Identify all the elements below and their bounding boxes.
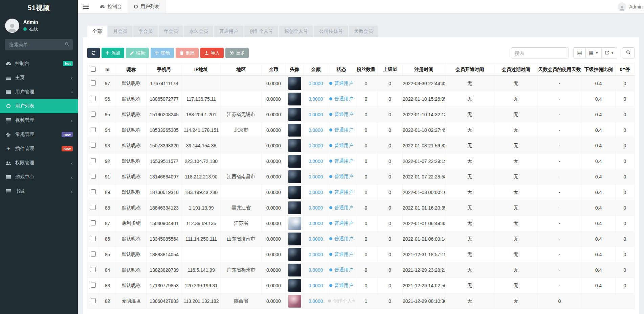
avatar-thumbnail[interactable] [288, 279, 301, 292]
avatar-thumbnail[interactable] [288, 186, 301, 199]
amount-link[interactable]: 0.0000 [309, 127, 323, 133]
avatar-thumbnail[interactable] [288, 201, 301, 214]
row-checkbox[interactable] [91, 283, 96, 288]
status-badge[interactable]: 普通用户 [329, 283, 353, 288]
amount-link[interactable]: 0.0000 [309, 174, 323, 179]
sidebar-item-permission-management[interactable]: 权限管理 ‹ [0, 156, 78, 170]
import-button[interactable]: 导入 [200, 48, 224, 58]
avatar-thumbnail[interactable] [288, 139, 301, 152]
avatar-thumbnail[interactable] [288, 217, 301, 230]
avatar-thumbnail[interactable] [288, 93, 301, 105]
row-checkbox[interactable] [91, 143, 96, 148]
status-badge[interactable]: 普通用户 [329, 143, 353, 148]
amount-link[interactable]: 0.0000 [309, 159, 323, 164]
sidebar-item-general-management[interactable]: 常规管理 new [0, 127, 78, 142]
row-checkbox[interactable] [91, 127, 96, 132]
sidebar-item-plugin-management[interactable]: ✈ 插件管理 new [0, 142, 78, 156]
grid-icon: ▦ [589, 50, 594, 55]
filter-tab-original-account[interactable]: 原创个人号 [279, 26, 313, 37]
sidebar-item-user-list[interactable]: 用户列表 [0, 99, 78, 113]
export-button[interactable]: ▼ [602, 47, 617, 58]
avatar-thumbnail[interactable] [288, 295, 301, 308]
sidebar-item-game-center[interactable]: 游戏中心 ‹ [0, 170, 78, 184]
status-badge[interactable]: 普通用户 [329, 174, 353, 179]
avatar-thumbnail[interactable] [288, 170, 301, 183]
detail-view-button[interactable]: ▤ [573, 47, 586, 58]
cell-coins: 0.0000 [262, 185, 286, 200]
sidebar-item-console[interactable]: 控制台 hot [0, 56, 78, 71]
status-badge[interactable]: 普通用户 [329, 112, 353, 117]
refresh-button[interactable] [87, 48, 100, 58]
row-checkbox[interactable] [91, 298, 96, 303]
avatar-thumbnail[interactable] [288, 155, 301, 168]
row-checkbox[interactable] [91, 189, 96, 194]
amount-link[interactable]: 0.0000 [309, 221, 323, 226]
avatar-thumbnail[interactable] [288, 264, 301, 276]
columns-button[interactable]: ▦▼ [586, 47, 602, 58]
menu-search-input[interactable] [5, 39, 73, 50]
status-badge[interactable]: 普通用户 [329, 205, 353, 210]
amount-link[interactable]: 0.0000 [309, 283, 323, 288]
row-checkbox[interactable] [91, 112, 96, 117]
amount-link[interactable]: 0.0000 [309, 81, 323, 86]
row-checkbox[interactable] [91, 205, 96, 210]
amount-link[interactable]: 0.0000 [309, 143, 323, 148]
status-badge[interactable]: 普通用户 [329, 267, 353, 272]
row-checkbox[interactable] [91, 174, 96, 179]
filter-tab-year-vip[interactable]: 年会员 [159, 26, 183, 37]
filter-tab-media-account[interactable]: 公司传媒号 [314, 26, 348, 37]
avatar-thumbnail[interactable] [288, 108, 301, 121]
amount-link[interactable]: 0.0000 [309, 267, 323, 273]
amount-link[interactable]: 0.0000 [309, 96, 323, 102]
sidebar-toggle-button[interactable] [78, 0, 94, 13]
sidebar-item-book-city[interactable]: 书城 ‹ [0, 184, 78, 198]
topbar-user-menu[interactable]: Admin [618, 0, 644, 13]
amount-link[interactable]: 0.0000 [309, 112, 323, 117]
avatar-thumbnail[interactable] [288, 77, 301, 90]
filter-tab-creator-account[interactable]: 创作个人号 [244, 26, 278, 37]
row-checkbox[interactable] [91, 220, 96, 225]
delete-button[interactable]: 删除 [176, 48, 199, 58]
amount-link[interactable]: 0.0000 [309, 236, 323, 242]
edit-button[interactable]: 编辑 [126, 48, 149, 58]
amount-link[interactable]: 0.0000 [309, 298, 323, 304]
status-badge[interactable]: 普通用户 [329, 189, 353, 195]
search-submit-button[interactable] [622, 47, 635, 58]
move-button[interactable]: 移动 [151, 48, 174, 58]
status-badge[interactable]: 普通用户 [329, 220, 353, 226]
row-checkbox[interactable] [91, 158, 96, 163]
row-checkbox[interactable] [91, 251, 96, 257]
filter-tab-month-vip[interactable]: 月会员 [108, 26, 132, 37]
table-search-input[interactable] [511, 47, 569, 58]
filter-tab-normal-user[interactable]: 普通用户 [214, 26, 243, 37]
row-checkbox[interactable] [91, 96, 96, 101]
filter-tab-quarter-vip[interactable]: 季会员 [133, 26, 158, 37]
amount-link[interactable]: 0.0000 [309, 205, 323, 211]
select-all-checkbox[interactable] [91, 67, 96, 72]
status-badge[interactable]: 普通用户 [329, 158, 353, 164]
avatar-thumbnail[interactable] [288, 248, 301, 261]
row-checkbox[interactable] [91, 236, 96, 241]
tab-console[interactable]: 控制台 [94, 0, 128, 13]
filter-tab-forever-vip[interactable]: 永久会员 [184, 26, 213, 37]
filter-tab-days-vip[interactable]: 天数会员 [349, 26, 378, 37]
avatar-thumbnail[interactable] [288, 233, 301, 245]
status-badge[interactable]: 普通用户 [329, 96, 353, 101]
sidebar-item-user-management[interactable]: 用户管理 ‹ [0, 85, 78, 99]
tab-user-list[interactable]: 用户列表 [128, 0, 165, 13]
status-badge[interactable]: 创作个人号 [328, 298, 355, 304]
status-badge[interactable]: 普通用户 [329, 236, 353, 241]
add-button[interactable]: 添加 [102, 48, 124, 58]
filter-tab-all[interactable]: 全部 [87, 26, 107, 37]
amount-link[interactable]: 0.0000 [309, 252, 323, 257]
status-badge[interactable]: 普通用户 [329, 80, 353, 86]
sidebar-item-video-management[interactable]: 视频管理 ‹ [0, 113, 78, 127]
sidebar-item-home[interactable]: 主页 ‹ [0, 71, 78, 85]
row-checkbox[interactable] [91, 80, 96, 86]
status-badge[interactable]: 普通用户 [329, 251, 353, 257]
amount-link[interactable]: 0.0000 [309, 190, 323, 195]
more-button[interactable]: 更多 [225, 48, 249, 58]
row-checkbox[interactable] [91, 267, 96, 272]
avatar-thumbnail[interactable] [288, 124, 301, 137]
status-badge[interactable]: 普通用户 [329, 127, 353, 132]
